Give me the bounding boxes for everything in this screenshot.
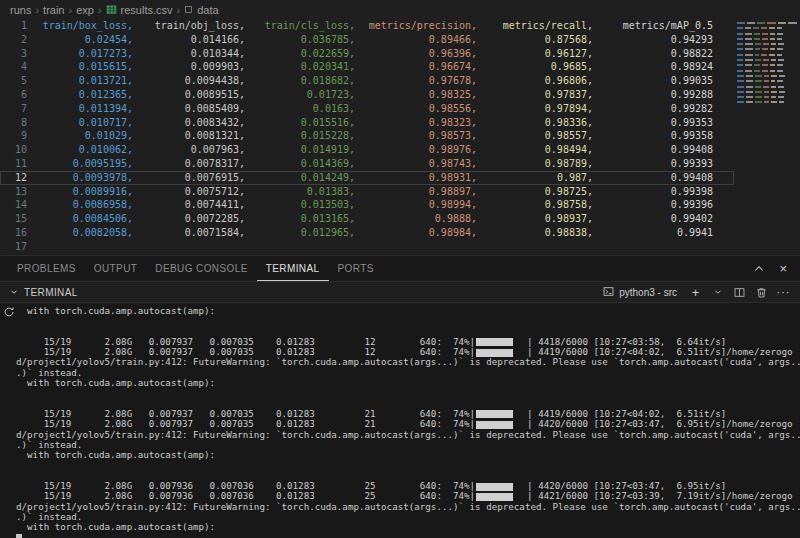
csv-cell: 0.013165, — [245, 212, 355, 226]
panel-tab-output[interactable]: OUTPUT — [85, 256, 147, 281]
minimap-line — [737, 22, 797, 24]
csv-row[interactable]: 50.013721,0.0094438,0.018682,0.97678,0.9… — [0, 74, 734, 88]
breadcrumb-item-runs[interactable]: runs — [9, 4, 32, 16]
csv-row[interactable]: 100.010062,0.007963,0.014919,0.98976,0.9… — [0, 143, 734, 157]
csv-cell: 0.9888, — [355, 212, 477, 226]
csv-icon — [106, 4, 117, 15]
chevron-down-icon[interactable] — [8, 286, 20, 298]
csv-header-row[interactable]: 1train/box_loss,train/obj_loss,train/cls… — [0, 19, 734, 33]
csv-cell: 0.97837, — [477, 88, 593, 102]
csv-cell: 0.014249, — [245, 171, 355, 185]
csv-cell: 0.013503, — [245, 198, 355, 212]
sync-icon[interactable] — [2, 305, 16, 319]
breadcrumb-item-exp[interactable]: exp — [75, 4, 95, 16]
csv-row[interactable]: 130.0089916,0.0075712,0.01383,0.98897,0.… — [0, 185, 734, 199]
minimap-line — [737, 80, 797, 82]
csv-cell: 0.014166, — [133, 33, 245, 47]
csv-row[interactable]: 40.015615,0.009903,0.020341,0.96674,0.96… — [0, 60, 734, 74]
csv-cell: 0.98984, — [355, 226, 477, 240]
csv-cell: 0.0074411, — [133, 198, 245, 212]
csv-row[interactable]: 160.0082058,0.0071584,0.012965,0.98984,0… — [0, 226, 734, 240]
csv-cell: 0.99408 — [593, 143, 713, 157]
breadcrumb-item-data[interactable]: data — [183, 4, 219, 16]
csv-row[interactable]: 90.01029,0.0081321,0.015228,0.98573,0.98… — [0, 129, 734, 143]
csv-row[interactable]: 120.0093978,0.0076915,0.014249,0.98931,0… — [0, 171, 734, 185]
csv-cell: 0.01029, — [41, 129, 133, 143]
breadcrumb-item-train[interactable]: train — [42, 4, 65, 16]
terminal-profile-selector[interactable]: python3 - src — [598, 286, 682, 299]
csv-row[interactable]: 80.010717,0.0083432,0.015516,0.98323,0.9… — [0, 116, 734, 130]
minimap-line — [737, 101, 797, 103]
csv-cell: 0.0094438, — [133, 74, 245, 88]
csv-header-cell: metrics/precision, — [355, 19, 477, 33]
panel-tab-ports[interactable]: PORTS — [329, 256, 383, 281]
csv-editor-content[interactable]: 1train/box_loss,train/obj_loss,train/cls… — [0, 19, 734, 255]
line-number: 10 — [1, 143, 27, 157]
terminal-line — [16, 388, 798, 398]
split-terminal-button[interactable] — [731, 284, 748, 301]
terminal-profile-label: python3 - src — [619, 287, 677, 298]
kill-terminal-button[interactable] — [753, 284, 770, 301]
csv-cell: 0.99358 — [593, 129, 713, 143]
csv-cell: 0.01383, — [245, 185, 355, 199]
terminal-line: d/project1/yolov5/train.py:412: FutureWa… — [16, 430, 798, 440]
csv-cell: 0.98557, — [477, 129, 593, 143]
line-number: 2 — [1, 33, 27, 47]
csv-cell: 0.0081321, — [133, 129, 245, 143]
line-number: 3 — [1, 47, 27, 61]
csv-cell: 0.0083432, — [133, 116, 245, 130]
csv-cell: 0.0078317, — [133, 157, 245, 171]
terminal-text: d/project1/yolov5/train.py:412: FutureWa… — [16, 429, 800, 440]
csv-cell: 0.014369, — [245, 157, 355, 171]
panel-tabs: PROBLEMSOUTPUTDEBUG CONSOLETERMINALPORTS — [8, 256, 383, 281]
new-terminal-button[interactable]: + — [687, 284, 704, 301]
terminal-line: d/project1/yolov5/train.py:412: FutureWa… — [16, 357, 798, 367]
csv-cell: 0.0095195, — [41, 157, 133, 171]
csv-cell: 0.011394, — [41, 102, 133, 116]
terminal-actions: python3 - src + ··· — [598, 284, 792, 301]
line-number: 1 — [1, 19, 27, 33]
csv-header-cell: train/box_loss, — [41, 19, 133, 33]
csv-row[interactable]: 150.0084506,0.0072285,0.013165,0.9888,0.… — [0, 212, 734, 226]
csv-row[interactable]: 60.012365,0.0089515,0.01723,0.98325,0.97… — [0, 88, 734, 102]
csv-cell: 0.012365, — [41, 88, 133, 102]
launch-profile-dropdown[interactable] — [709, 284, 726, 301]
csv-cell: 0.0089916, — [41, 185, 133, 199]
csv-row[interactable]: 110.0095195,0.0078317,0.014369,0.98743,0… — [0, 157, 734, 171]
csv-cell: 0.018682, — [245, 74, 355, 88]
csv-cell: 0.99396 — [593, 198, 713, 212]
minimap[interactable] — [737, 22, 797, 103]
panel-tab-debug-console[interactable]: DEBUG CONSOLE — [146, 256, 256, 281]
panel-close-button[interactable]: × — [775, 260, 792, 277]
line-number: 6 — [1, 88, 27, 102]
panel-actions: × — [750, 260, 792, 277]
csv-header-cell: train/obj_loss, — [133, 19, 245, 33]
line-number: 17 — [1, 240, 27, 254]
csv-cell: 0.98937, — [477, 212, 593, 226]
panel-tab-problems[interactable]: PROBLEMS — [8, 256, 85, 281]
more-actions-button[interactable]: ··· — [775, 284, 792, 301]
panel-maximize-button[interactable] — [750, 260, 767, 277]
csv-cell: 0.0085409, — [133, 102, 245, 116]
csv-cell: 0.99393 — [593, 157, 713, 171]
csv-cell: 0.96127, — [477, 47, 593, 61]
csv-header-cell: metrics/recall, — [477, 19, 593, 33]
csv-row[interactable]: 17 — [0, 240, 734, 254]
csv-row[interactable]: 140.0086958,0.0074411,0.013503,0.98994,0… — [0, 198, 734, 212]
terminal-line: with torch.cuda.amp.autocast(amp): — [16, 306, 798, 316]
csv-cell: 0.0093978, — [41, 171, 133, 185]
breadcrumb-label: data — [197, 4, 218, 16]
csv-cell: 0.987, — [477, 171, 593, 185]
terminal-output[interactable]: with torch.cuda.amp.autocast(amp): 15/19… — [0, 303, 800, 538]
trash-icon — [756, 287, 767, 298]
panel-tab-terminal[interactable]: TERMINAL — [257, 256, 329, 281]
minimap-line — [737, 54, 797, 56]
breadcrumb-item-results-csv[interactable]: results.csv — [105, 4, 174, 16]
terminal-line — [16, 533, 798, 538]
csv-row[interactable]: 20.02454,0.014166,0.036785,0.89466,0.875… — [0, 33, 734, 47]
csv-cell: 0.97678, — [355, 74, 477, 88]
editor[interactable]: 1train/box_loss,train/obj_loss,train/cls… — [0, 19, 800, 255]
csv-row[interactable]: 70.011394,0.0085409,0.0163,0.98556,0.978… — [0, 102, 734, 116]
terminal-cursor — [16, 534, 22, 538]
csv-row[interactable]: 30.017273,0.010344,0.022659,0.96396,0.96… — [0, 47, 734, 61]
